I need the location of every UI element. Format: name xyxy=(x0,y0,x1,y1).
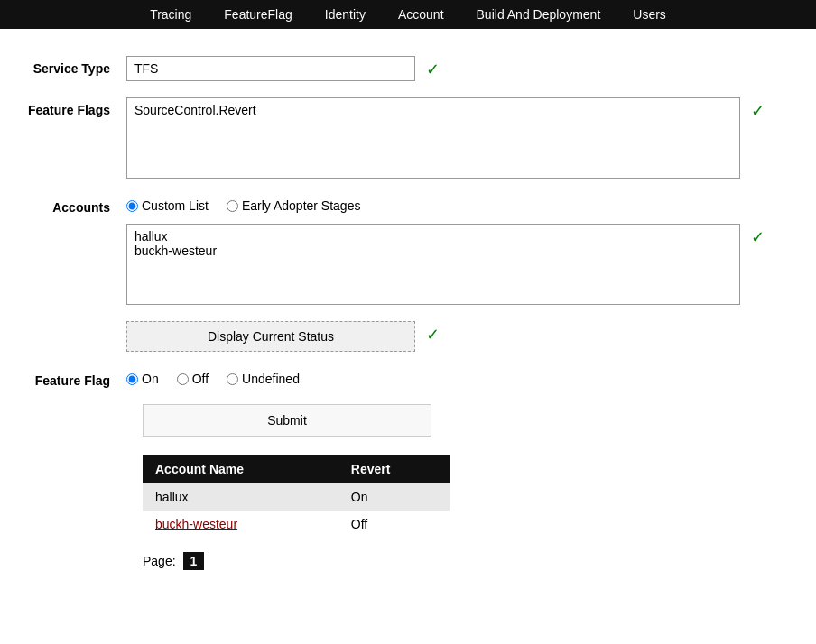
nav-featureflag[interactable]: FeatureFlag xyxy=(208,0,308,29)
page-number[interactable]: 1 xyxy=(183,552,205,570)
status-cell: Off xyxy=(338,511,450,538)
table-row: halluxOn xyxy=(143,483,450,511)
results-table-wrap: Account Name Revert halluxOnbuckh-westeu… xyxy=(143,455,794,538)
col-revert: Revert xyxy=(338,455,450,483)
status-cell: On xyxy=(338,483,450,511)
buckh-link[interactable]: buckh-westeur xyxy=(155,517,237,531)
page-label: Page: xyxy=(143,554,176,568)
feature-flag-label: Feature Flag xyxy=(18,368,126,388)
table-row: buckh-westeurOff xyxy=(143,511,450,538)
service-type-input[interactable] xyxy=(126,56,415,81)
nav-users[interactable]: Users xyxy=(617,0,682,29)
account-cell: hallux xyxy=(143,483,338,511)
feature-flags-control: SourceControl.Revert ✓ xyxy=(126,97,794,179)
nav-tracing[interactable]: Tracing xyxy=(134,0,208,29)
account-cell: buckh-westeur xyxy=(143,511,338,538)
feature-flag-row: Feature Flag On Off Undefined xyxy=(18,368,794,388)
accounts-list-row: hallux buckh-westeur ✓ xyxy=(18,224,794,305)
service-type-label: Service Type xyxy=(18,56,126,76)
table-header-row: Account Name Revert xyxy=(143,455,450,483)
pagination: Page: 1 xyxy=(143,552,794,570)
nav-account[interactable]: Account xyxy=(382,0,460,29)
service-type-check-icon: ✓ xyxy=(426,60,440,79)
display-status-button[interactable]: Display Current Status xyxy=(126,321,415,352)
service-type-control: ✓ xyxy=(126,56,794,81)
display-status-check-icon: ✓ xyxy=(426,325,440,345)
custom-list-radio-label[interactable]: Custom List xyxy=(126,198,209,213)
accounts-label: Accounts xyxy=(18,195,126,215)
display-status-control: Display Current Status ✓ xyxy=(126,321,794,352)
undefined-radio-text: Undefined xyxy=(242,372,300,386)
early-adopter-radio[interactable] xyxy=(227,200,238,212)
display-status-spacer xyxy=(18,321,126,327)
on-radio[interactable] xyxy=(126,373,138,385)
accounts-list-spacer xyxy=(18,224,126,229)
early-adopter-radio-label[interactable]: Early Adopter Stages xyxy=(227,198,361,213)
accounts-row: Accounts Custom List Early Adopter Stage… xyxy=(18,195,794,215)
accounts-radio-group: Custom List Early Adopter Stages xyxy=(126,195,360,213)
feature-flags-row: Feature Flags SourceControl.Revert ✓ xyxy=(18,97,794,179)
undefined-radio[interactable] xyxy=(227,373,238,385)
nav-identity[interactable]: Identity xyxy=(309,0,382,29)
feature-flag-radio-group: On Off Undefined xyxy=(126,368,300,386)
col-account-name: Account Name xyxy=(143,455,338,483)
undefined-radio-label[interactable]: Undefined xyxy=(227,372,300,386)
accounts-list-control: hallux buckh-westeur ✓ xyxy=(126,224,794,305)
feature-flags-label: Feature Flags xyxy=(18,97,126,117)
custom-list-radio[interactable] xyxy=(126,200,138,212)
on-radio-text: On xyxy=(142,372,159,386)
off-radio-text: Off xyxy=(192,372,209,386)
service-type-row: Service Type ✓ xyxy=(18,56,794,81)
results-tbody: halluxOnbuckh-westeurOff xyxy=(143,483,450,538)
off-radio[interactable] xyxy=(177,373,189,385)
main-nav: Tracing FeatureFlag Identity Account Bui… xyxy=(0,0,816,29)
off-radio-label[interactable]: Off xyxy=(177,372,209,386)
feature-flags-check-icon: ✓ xyxy=(751,101,765,121)
early-adopter-radio-text: Early Adopter Stages xyxy=(242,198,361,213)
main-content: Service Type ✓ Feature Flags SourceContr… xyxy=(0,29,812,588)
feature-flags-textarea[interactable]: SourceControl.Revert xyxy=(126,97,740,179)
results-table: Account Name Revert halluxOnbuckh-westeu… xyxy=(143,455,450,538)
on-radio-label[interactable]: On xyxy=(126,372,159,386)
accounts-list-check-icon: ✓ xyxy=(751,227,765,247)
submit-button[interactable]: Submit xyxy=(143,404,431,437)
custom-list-radio-text: Custom List xyxy=(142,198,209,213)
nav-build-deployment[interactable]: Build And Deployment xyxy=(460,0,617,29)
accounts-list-textarea[interactable]: hallux buckh-westeur xyxy=(126,224,740,305)
display-status-row: Display Current Status ✓ xyxy=(18,321,794,352)
